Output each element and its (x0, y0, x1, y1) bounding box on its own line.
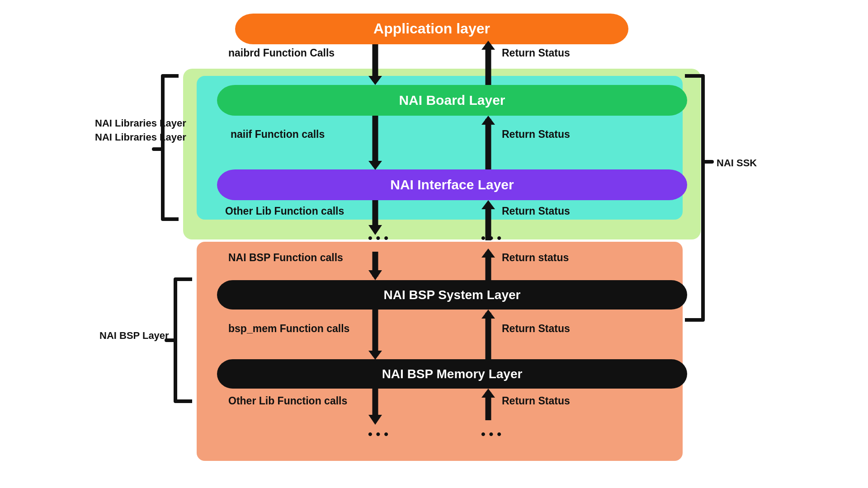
nai-libraries-layer-label: NAI Libraries Layer (95, 117, 186, 129)
nai-bsp-layer-side-label: NAI BSP Layer (99, 330, 169, 342)
nai-interface-layer-label: NAI Interface Layer (390, 177, 514, 192)
application-layer-label: Application layer (373, 20, 490, 37)
diagram-container: Application layer NAI Board Layer NAI In… (95, 9, 773, 479)
other-lib-function-calls-2-label: Other Lib Function calls (228, 395, 347, 407)
dots-2-right: • • • (481, 427, 501, 441)
return-status-4-label: Return status (502, 252, 569, 263)
dots-2-left: • • • (368, 427, 388, 441)
nai-bsp-memory-layer-label: NAI BSP Memory Layer (382, 367, 523, 381)
return-status-2-label: Return Status (502, 128, 570, 140)
naibrd-function-calls-label: naibrd Function Calls (228, 47, 335, 59)
return-status-1-label: Return Status (502, 47, 570, 59)
bsp-mem-function-calls-label: bsp_mem Function calls (228, 323, 349, 334)
nai-board-layer-label: NAI Board Layer (399, 93, 505, 108)
nai-libraries-layer-side-label: NAI Libraries Layer (95, 131, 186, 144)
nai-bsp-system-layer-label: NAI BSP System Layer (384, 288, 521, 302)
naiif-function-calls-label: naiif Function calls (231, 128, 325, 140)
dots-1-right: • • • (481, 231, 501, 245)
return-status-6-label: Return Status (502, 395, 570, 407)
brace-left-bsp (166, 279, 192, 401)
other-lib-function-calls-1-label: Other Lib Function calls (225, 205, 344, 217)
brace-left-libraries (154, 76, 179, 219)
nai-bsp-function-calls-label: NAI BSP Function calls (228, 252, 343, 263)
bsp-outer-box (197, 242, 683, 461)
nai-ssk-label: NAI SSK (717, 157, 757, 169)
return-status-5-label: Return Status (502, 323, 570, 334)
dots-1-left: • • • (368, 231, 388, 245)
return-status-3-label: Return Status (502, 205, 570, 217)
